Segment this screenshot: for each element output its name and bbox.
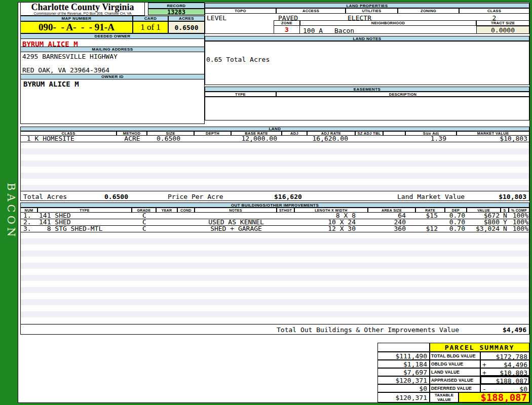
- total-acres-label: Total Acres: [23, 193, 67, 200]
- owner-id-label: OWNER ID: [20, 74, 205, 79]
- outbuildings-total-value: $4,496: [503, 326, 526, 334]
- ob-value: $3,024: [467, 226, 500, 232]
- ps-value: $172,788: [496, 353, 527, 360]
- land-col-adj: ADJ: [282, 131, 307, 136]
- price-per-acre-label: Price Per Acre: [168, 193, 223, 200]
- ps-label: LAND VALUE: [430, 368, 480, 376]
- land-properties-title: LAND PROPERTIES: [205, 3, 529, 8]
- land-notes-text: 0.65 Total Acres: [206, 56, 270, 63]
- ob-num: 3.: [23, 226, 31, 232]
- district-tab-label: BACON: [2, 173, 17, 249]
- land-row-adj-rate: 16,620.00: [308, 136, 348, 142]
- ob-rate: $15: [416, 213, 438, 219]
- land-row-size-adj: 1.39: [406, 136, 446, 142]
- parcel-summary-title: PARCEL SUMMARY: [430, 343, 529, 352]
- ps-prior: $111,490: [377, 352, 430, 360]
- ps-label: DEFERRED VALUE: [430, 384, 480, 392]
- ob-col-area-size: AREA SIZE: [368, 208, 415, 213]
- ps-prior: $1,184: [377, 360, 430, 368]
- ps-prior: $120,371: [377, 376, 430, 384]
- ob-area-size: 360: [368, 226, 406, 232]
- ob-s: N: [501, 226, 509, 232]
- county-title-box: Charlotte County Virginia Commissioner o…: [20, 2, 145, 16]
- class-label: CLASS: [459, 8, 529, 14]
- neighborhood-name: Bacon: [334, 27, 354, 34]
- ob-col-notes: NOTES: [195, 208, 277, 213]
- ps-prior: $0: [377, 384, 430, 392]
- acres-value: 0.6500: [168, 21, 205, 33]
- land-section-title: LAND: [20, 127, 529, 131]
- taxable-value: $188,087: [459, 392, 529, 402]
- taxable-value-label: TAXABLE VALUE: [430, 392, 459, 402]
- ps-label: OBLDG VALUE: [430, 360, 480, 368]
- ps-value-cell: $172,788: [480, 352, 529, 360]
- map-number-label: MAP NUMBER: [20, 16, 133, 21]
- land-col-blank: [383, 131, 405, 136]
- easement-type-label: TYPE: [205, 92, 276, 97]
- easements-box: [205, 97, 529, 120]
- land-col-sz-adj-tbl: SZ ADJ TBL: [355, 131, 383, 136]
- easements-title: EASEMENTS: [205, 87, 529, 92]
- mailing-address-line2: RED OAK, VA 23964-3964: [22, 66, 109, 74]
- zone-value: 3: [274, 26, 300, 33]
- zone-label: ZONE: [274, 20, 300, 26]
- card-value: 1 of 1: [133, 21, 168, 33]
- outbuildings-row: 3. 8 STG SHED-MTL C SHED + GARAGE 12 X 3…: [20, 226, 529, 232]
- land-row-base-rate: 12,000.00: [232, 136, 277, 142]
- ps-prior: $7,697: [377, 368, 430, 376]
- record-label: RECORD: [148, 3, 205, 9]
- land-row-class: 1 K HOMESITE: [23, 136, 74, 142]
- mailing-address-label: MAILING ADDRESS: [20, 47, 205, 52]
- total-acres-value: 0.6500: [104, 193, 128, 200]
- card-label: CARD: [133, 16, 168, 21]
- zoning-label: ZONING: [398, 8, 459, 14]
- outbuildings-total-label: Total Out Buildings & Other Improvements…: [277, 326, 459, 334]
- mailing-address-line1: 4295 BARNESVILLE HIGHWAY: [22, 53, 118, 60]
- land-table-row: 1 K HOMESITE ACRE 0.6500 12,000.00 16,62…: [20, 136, 529, 142]
- tract-size-value: 0.0000: [476, 26, 529, 34]
- topo-value: LEVEL: [207, 14, 226, 22]
- record-value: 13283: [148, 9, 205, 15]
- utilities-label: UTILITIES: [346, 8, 398, 14]
- ob-type: 8 STG SHED-MTL: [39, 226, 102, 232]
- ps-value: $188,087: [496, 377, 527, 385]
- ob-col-year: YEAR: [156, 208, 177, 213]
- tract-size-label: TRACT SIZE: [476, 20, 529, 26]
- land-table-empty-rows: [20, 142, 529, 191]
- ps-value-cell: + $10,803: [480, 368, 529, 376]
- outbuildings-empty-rows: [20, 232, 529, 324]
- ob-col-length-width: LENGTH X WIDTH: [294, 208, 368, 213]
- land-row-size: 0.6500: [147, 136, 180, 142]
- ps-value: $10,803: [500, 369, 527, 377]
- land-market-value: $10,803: [499, 193, 526, 200]
- parcel-summary: PARCEL SUMMARY $111,490 TOTAL BLDG VALUE…: [377, 343, 529, 402]
- price-per-acre-value: $16,620: [274, 193, 302, 200]
- ps-value-cell: - $0: [480, 384, 529, 392]
- ps-sign: +: [482, 369, 486, 377]
- ob-col-sthgt: STHGT: [277, 208, 294, 213]
- property-record-card: BACON Charlotte County Virginia Commissi…: [0, 0, 532, 405]
- acres-label: ACRES: [168, 16, 205, 21]
- ob-pct-comp: 100%: [509, 226, 528, 232]
- ob-col-cond: COND: [177, 208, 195, 213]
- county-title: Charlotte County Virginia: [21, 3, 144, 12]
- ob-notes: SHED + GARAGE: [195, 226, 277, 232]
- owner-id-value: BYRUM ALICE M: [23, 80, 79, 88]
- ob-grade: C: [132, 226, 157, 232]
- land-totals-row: Total Acres 0.6500 Price Per Acre $16,62…: [20, 191, 529, 201]
- ob-rate: $12: [416, 226, 438, 232]
- land-row-method: ACRE: [117, 136, 147, 142]
- neighborhood-label: NEIGHBORHOOD: [300, 20, 476, 26]
- ps-value-cell: + $4,496: [480, 360, 529, 368]
- commissioner-line: Commissioner of the Revenue, PO Box 308,…: [21, 12, 144, 16]
- deeded-owner-label: DEEDED OWNER: [20, 33, 205, 39]
- outbuildings-total-row: Total Out Buildings & Other Improvements…: [20, 324, 529, 335]
- ps-sign: +: [482, 361, 486, 369]
- land-row-market-value: $10,803: [457, 136, 527, 142]
- land-market-value-label: Land Market Value: [397, 193, 465, 200]
- ps-label: APPRAISED VALUE: [430, 376, 480, 384]
- land-col-depth: DEPTH: [194, 131, 231, 136]
- land-notes-title: LAND NOTES: [205, 36, 529, 41]
- topo-label: TOPO: [205, 8, 276, 14]
- outbuildings-title: OUT BUILDINGS/OTHER IMPROVEMENTS: [20, 202, 529, 208]
